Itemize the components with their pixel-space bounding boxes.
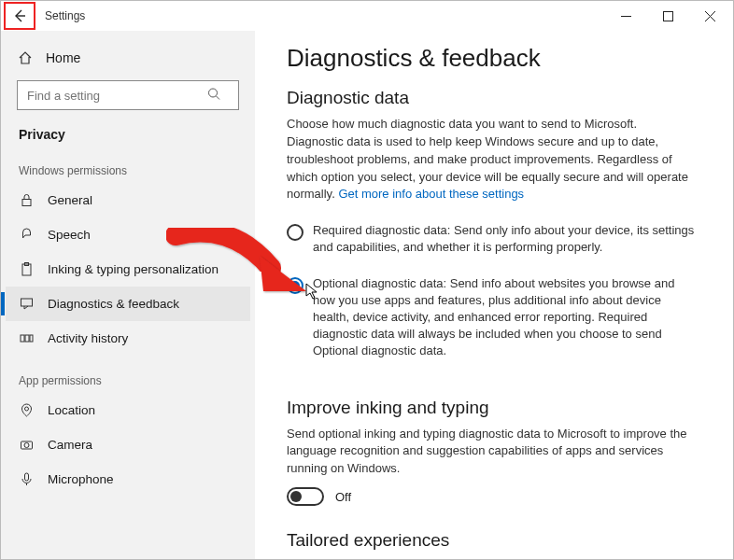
inking-toggle-row: Off [287, 487, 696, 506]
nav-label: General [48, 193, 92, 207]
search-row [17, 80, 239, 110]
svg-rect-0 [664, 11, 673, 21]
search-icon [207, 88, 220, 104]
svg-point-1 [209, 89, 218, 97]
radio-optional[interactable] [287, 277, 303, 294]
diagnostic-description: Choose how much diagnostic data you want… [287, 116, 696, 203]
sidebar-item-location[interactable]: Location [6, 393, 250, 427]
home-icon [17, 49, 33, 65]
nav-label: Diagnostics & feedback [48, 297, 179, 311]
maximize-button[interactable] [647, 2, 689, 30]
section-tailored: Tailored experiences [287, 530, 696, 551]
nav-label: Location [48, 403, 95, 417]
improve-inking-description: Send optional inking and typing diagnost… [287, 426, 696, 479]
nav-label: Activity history [48, 331, 128, 345]
toggle-knob [290, 491, 302, 502]
section-diagnostic-data: Diagnostic data [287, 88, 696, 108]
toggle-state-label: Off [335, 490, 351, 504]
search-input[interactable] [17, 80, 239, 110]
svg-rect-5 [21, 299, 33, 306]
feedback-icon [19, 296, 35, 312]
diagnostic-radio-group: Required diagnostic data: Send only info… [287, 217, 696, 372]
nav-label: Camera [48, 438, 92, 452]
camera-icon [19, 437, 35, 453]
section-improve-inking: Improve inking and typing [287, 398, 696, 418]
sidebar-item-speech[interactable]: Speech [6, 217, 250, 252]
sidebar: Home Privacy Windows permissions General… [1, 31, 255, 559]
window-controls [605, 2, 731, 30]
arrow-left-icon [12, 8, 28, 24]
minimize-button[interactable] [605, 2, 647, 30]
radio-required-label: Required diagnostic data: Send only info… [313, 222, 696, 256]
svg-rect-12 [25, 473, 29, 481]
sidebar-section-title: Privacy [6, 116, 250, 146]
location-icon [19, 402, 35, 418]
svg-rect-6 [21, 335, 24, 342]
svg-point-11 [24, 443, 29, 448]
lock-icon [19, 192, 35, 208]
sidebar-item-microphone[interactable]: Microphone [6, 462, 250, 497]
more-info-link[interactable]: Get more info about these settings [338, 187, 524, 201]
sidebar-item-camera[interactable]: Camera [6, 427, 250, 462]
speech-icon [19, 227, 35, 243]
svg-point-9 [25, 407, 29, 411]
main-container: Home Privacy Windows permissions General… [1, 31, 733, 559]
sidebar-item-inking[interactable]: Inking & typing personalization [6, 252, 250, 287]
app-title: Settings [45, 9, 85, 22]
nav-label: Inking & typing personalization [48, 262, 219, 276]
sidebar-item-activity[interactable]: Activity history [6, 321, 250, 356]
inking-toggle[interactable] [287, 487, 324, 506]
sidebar-item-general[interactable]: General [6, 183, 250, 217]
tailored-description: Let Microsoft use your diagnostic data, … [287, 558, 696, 559]
back-highlight-box [4, 2, 35, 30]
content-pane: Diagnostics & feedback Diagnostic data C… [255, 31, 733, 559]
radio-optional-label: Optional diagnostic data: Send info abou… [313, 275, 696, 360]
close-button[interactable] [689, 2, 731, 30]
sidebar-item-diagnostics[interactable]: Diagnostics & feedback [6, 287, 250, 321]
clipboard-icon [19, 261, 35, 277]
nav-label: Speech [48, 228, 91, 242]
group-windows-permissions: Windows permissions [6, 146, 250, 183]
radio-required-row[interactable]: Required diagnostic data: Send only info… [287, 217, 696, 269]
page-title: Diagnostics & feedback [287, 44, 696, 73]
sidebar-home[interactable]: Home [6, 44, 250, 71]
title-bar: Settings [1, 1, 733, 31]
group-app-permissions: App permissions [6, 356, 250, 393]
activity-icon [19, 330, 35, 346]
nav-label: Microphone [48, 472, 114, 486]
svg-rect-8 [30, 335, 33, 342]
home-label: Home [46, 50, 80, 65]
svg-rect-7 [25, 335, 29, 342]
radio-optional-row[interactable]: Optional diagnostic data: Send info abou… [287, 270, 696, 373]
svg-rect-2 [22, 200, 31, 206]
microphone-icon [19, 471, 35, 487]
radio-required[interactable] [287, 224, 303, 241]
back-button[interactable] [7, 5, 33, 27]
